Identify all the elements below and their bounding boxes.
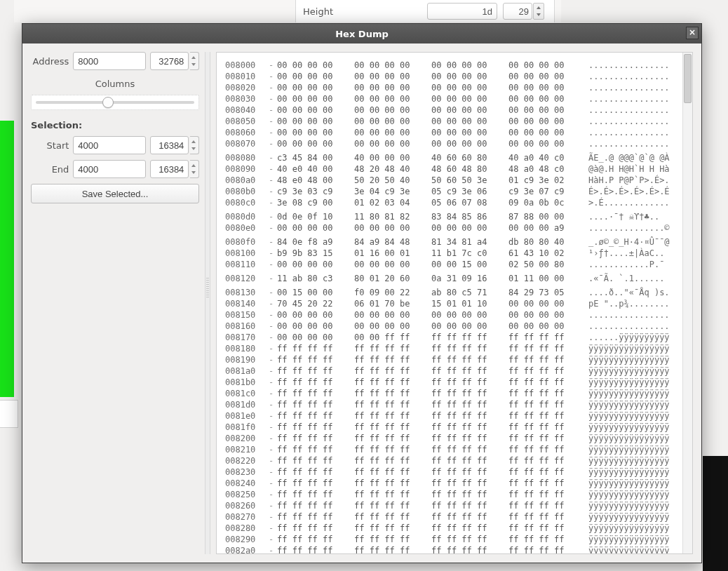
close-button[interactable]: × [686, 27, 699, 39]
start-dec-input[interactable] [150, 136, 189, 154]
hex-row: 0080f0-84 0e f8 a984 a9 84 4881 34 81 a4… [225, 236, 677, 248]
hex-row: 0080c0-3e 08 c9 0001 02 03 0405 06 07 08… [225, 197, 677, 208]
save-selected-button[interactable]: Save Selected... [31, 184, 199, 203]
hex-row: 0082a0-ff ff ff ffff ff ff ffff ff ff ff… [225, 545, 677, 553]
columns-slider-thumb[interactable] [102, 97, 114, 108]
selection-heading: Selection: [31, 120, 199, 130]
hex-row: 008260-ff ff ff ffff ff ff ffff ff ff ff… [225, 500, 677, 511]
start-hex-input[interactable] [73, 136, 146, 154]
scrollbar-thumb[interactable] [684, 54, 692, 103]
address-dec-input[interactable] [150, 52, 189, 70]
hex-row: 0081e0-ff ff ff ffff ff ff ffff ff ff ff… [225, 410, 677, 422]
height-spinner[interactable] [533, 3, 544, 20]
vertical-scrollbar[interactable] [682, 53, 692, 553]
bg-green-region [0, 121, 14, 397]
start-label: Start [31, 140, 69, 151]
end-dec-input[interactable] [150, 160, 189, 178]
hex-row: 008110-00 00 00 0000 00 00 0000 00 15 00… [225, 259, 677, 270]
dialog-titlebar[interactable]: Hex Dump × [22, 24, 701, 43]
end-spinner[interactable] [190, 160, 199, 178]
hex-row: 008140-70 45 20 2206 01 70 be15 01 01 10… [225, 298, 677, 309]
address-label: Address [31, 56, 69, 67]
pane-splitter[interactable] [205, 52, 210, 554]
hex-view-pane: 008000-00 00 00 0000 00 00 0000 00 00 00… [216, 52, 693, 554]
hex-row: 008100-b9 9b 83 1501 16 00 0111 b1 7c c0… [225, 248, 677, 259]
hex-row: 0081b0-ff ff ff ffff ff ff ffff ff ff ff… [225, 377, 677, 388]
hex-row: 008050-00 00 00 0000 00 00 0000 00 00 00… [225, 116, 677, 127]
hex-dump-dialog: Hex Dump × Address Columns Selection: St… [22, 23, 702, 563]
address-spinner[interactable] [190, 52, 199, 70]
bg-white-region [0, 400, 18, 428]
hex-content[interactable]: 008000-00 00 00 0000 00 00 0000 00 00 00… [217, 53, 682, 553]
hex-row: 008010-00 00 00 0000 00 00 0000 00 00 00… [225, 71, 677, 82]
hex-row: 008200-ff ff ff ffff ff ff ffff ff ff ff… [225, 433, 677, 444]
hex-row: 008210-ff ff ff ffff ff ff ffff ff ff ff… [225, 444, 677, 455]
hex-row: 0081f0-ff ff ff ffff ff ff ffff ff ff ff… [225, 422, 677, 433]
bg-black-region [703, 456, 728, 571]
columns-label: Columns [31, 79, 199, 89]
hex-row: 0081c0-ff ff ff ffff ff ff ffff ff ff ff… [225, 388, 677, 399]
hex-row: 008120-11 ab 80 c380 01 20 600a 31 09 16… [225, 273, 677, 284]
hex-row: 008030-00 00 00 0000 00 00 0000 00 00 00… [225, 93, 677, 105]
hex-row: 0081a0-ff ff ff ffff ff ff ffff ff ff ff… [225, 365, 677, 377]
hex-row: 008230-ff ff ff ffff ff ff ffff ff ff ff… [225, 466, 677, 478]
hex-row: 008090-40 e0 40 0048 20 48 4048 60 48 80… [225, 163, 677, 175]
hex-row: 008250-ff ff ff ffff ff ff ffff ff ff ff… [225, 489, 677, 500]
height-dec-input[interactable] [503, 3, 532, 20]
hex-row: 008290-ff ff ff ffff ff ff ffff ff ff ff… [225, 534, 677, 545]
hex-row: 008170-00 00 00 0000 00 ff ffff ff ff ff… [225, 332, 677, 343]
hex-row: 0080e0-00 00 00 0000 00 00 0000 00 00 00… [225, 222, 677, 234]
hex-row: 008020-00 00 00 0000 00 00 0000 00 00 00… [225, 82, 677, 93]
sidebar: Address Columns Selection: Start [31, 52, 199, 554]
hex-row: 008130-00 15 00 00f0 09 00 22ab 80 c5 71… [225, 287, 677, 298]
height-hex-input[interactable] [427, 3, 497, 20]
hex-row: 008240-ff ff ff ffff ff ff ffff ff ff ff… [225, 478, 677, 489]
dialog-title: Hex Dump [335, 29, 389, 39]
end-hex-input[interactable] [73, 160, 146, 178]
hex-row: 008220-ff ff ff ffff ff ff ffff ff ff ff… [225, 455, 677, 466]
hex-row: 008150-00 00 00 0000 00 00 0000 00 00 00… [225, 309, 677, 321]
hex-row: 0080b0-c9 3e 03 c93e 04 c9 3e05 c9 3e 06… [225, 186, 677, 197]
hex-row: 008000-00 00 00 0000 00 00 0000 00 00 00… [225, 60, 677, 71]
hex-row: 008190-ff ff ff ffff ff ff ffff ff ff ff… [225, 354, 677, 365]
hex-row: 008070-00 00 00 0000 00 00 0000 00 00 00… [225, 138, 677, 149]
start-spinner[interactable] [190, 136, 199, 154]
hex-row: 008270-ff ff ff ffff ff ff ffff ff ff ff… [225, 511, 677, 523]
hex-row: 008080-c3 45 84 0040 00 00 0040 60 60 80… [225, 152, 677, 163]
hex-row: 008060-00 00 00 0000 00 00 0000 00 00 00… [225, 127, 677, 138]
hex-row: 0080d0-0d 0e 0f 1011 80 81 8283 84 85 86… [225, 211, 677, 222]
hex-row: 0081d0-ff ff ff ffff ff ff ffff ff ff ff… [225, 399, 677, 410]
end-label: End [31, 164, 69, 175]
hex-row: 008280-ff ff ff ffff ff ff ffff ff ff ff… [225, 523, 677, 534]
hex-row: 0080a0-48 e0 48 0050 20 50 4050 60 50 3e… [225, 175, 677, 186]
hex-row: 008040-00 00 00 0000 00 00 0000 00 00 00… [225, 105, 677, 116]
hex-row: 008180-ff ff ff ffff ff ff ffff ff ff ff… [225, 343, 677, 354]
hex-row: 008160-00 00 00 0000 00 00 0000 00 00 00… [225, 321, 677, 332]
columns-slider[interactable] [31, 95, 199, 110]
height-label: Height [303, 6, 333, 17]
address-hex-input[interactable] [73, 52, 146, 70]
